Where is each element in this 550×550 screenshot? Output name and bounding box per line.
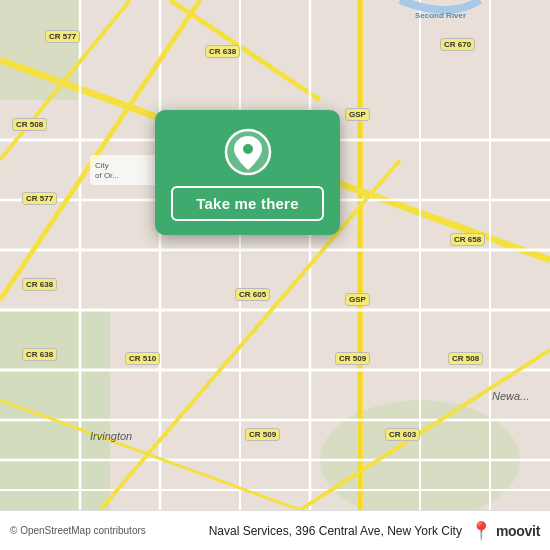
road-badge-gsp-top: GSP — [345, 108, 370, 121]
road-badge-cr508-right: CR 508 — [448, 352, 483, 365]
map-container: Second River City of Or... CR 577 CR 638… — [0, 0, 550, 510]
road-badge-cr638-top: CR 638 — [205, 45, 240, 58]
svg-text:of Or...: of Or... — [95, 171, 119, 180]
newark-label: Newa... — [492, 390, 529, 402]
take-me-there-button[interactable]: Take me there — [171, 186, 324, 221]
moovit-logo: 📍 moovit — [470, 522, 540, 540]
road-badge-cr508-left: CR 508 — [12, 118, 47, 131]
road-badge-cr509-right: CR 509 — [335, 352, 370, 365]
irvington-label: Irvington — [90, 430, 132, 442]
road-badge-cr638-bot: CR 638 — [22, 348, 57, 361]
location-text: Naval Services, 396 Central Ave, New Yor… — [209, 524, 462, 538]
moovit-pin-icon: 📍 — [470, 522, 492, 540]
location-pin-icon — [224, 128, 272, 176]
road-badge-cr605: CR 605 — [235, 288, 270, 301]
road-badge-gsp-mid: GSP — [345, 293, 370, 306]
moovit-text: moovit — [496, 523, 540, 539]
road-badge-cr658: CR 658 — [450, 233, 485, 246]
svg-text:Second River: Second River — [415, 11, 466, 20]
road-badge-cr509-bot: CR 509 — [245, 428, 280, 441]
road-badge-cr603: CR 603 — [385, 428, 420, 441]
bottom-bar: © OpenStreetMap contributors Naval Servi… — [0, 510, 550, 550]
road-badge-cr638-mid: CR 638 — [22, 278, 57, 291]
svg-rect-1 — [0, 310, 110, 510]
osm-credit: © OpenStreetMap contributors — [10, 525, 209, 536]
road-badge-cr510: CR 510 — [125, 352, 160, 365]
popup-card: Take me there — [155, 110, 340, 235]
svg-text:City: City — [95, 161, 109, 170]
road-badge-cr577-mid: CR 577 — [22, 192, 57, 205]
road-badge-cr670: CR 670 — [440, 38, 475, 51]
svg-point-33 — [243, 144, 253, 154]
road-badge-cr577-top: CR 577 — [45, 30, 80, 43]
